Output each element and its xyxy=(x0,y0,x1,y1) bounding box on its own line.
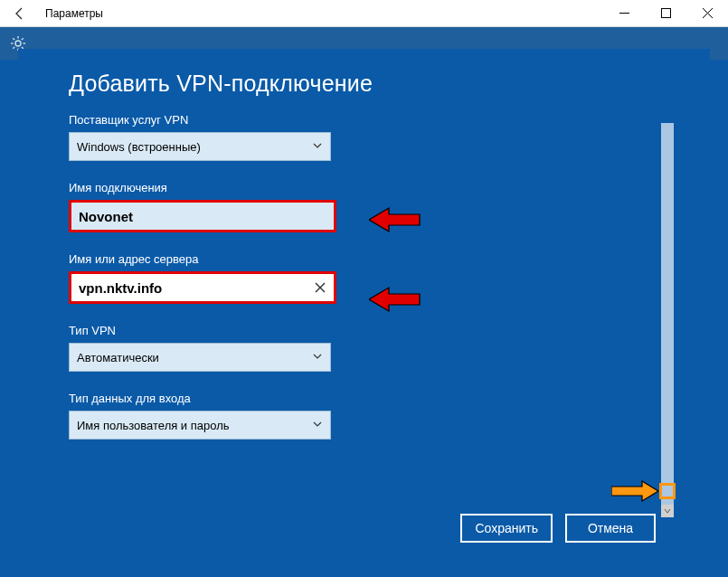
svg-marker-16 xyxy=(369,288,420,311)
vpn-type-value: Автоматически xyxy=(77,351,159,364)
chevron-down-icon xyxy=(312,419,323,432)
clear-button[interactable] xyxy=(312,279,328,296)
connection-name-label: Имя подключения xyxy=(69,181,659,194)
annotation-arrow-red-2 xyxy=(369,284,421,318)
close-icon xyxy=(703,8,713,18)
svg-line-11 xyxy=(13,47,14,49)
close-button[interactable] xyxy=(686,0,728,27)
annotation-orange-box xyxy=(659,483,676,499)
field-server: Имя или адрес сервера xyxy=(69,252,659,304)
signin-type-select[interactable]: Имя пользователя и пароль xyxy=(69,411,331,440)
provider-label: Поставщик услуг VPN xyxy=(69,113,659,127)
svg-marker-17 xyxy=(611,481,658,501)
provider-select[interactable]: Windows (встроенные) xyxy=(69,132,331,161)
annotation-arrow-orange xyxy=(611,479,658,506)
vpn-type-select[interactable]: Автоматически xyxy=(69,343,331,372)
connection-name-input[interactable] xyxy=(79,209,326,224)
field-vpn-type: Тип VPN Автоматически xyxy=(69,324,659,372)
svg-line-12 xyxy=(22,38,24,40)
connection-name-input-wrap xyxy=(71,203,334,230)
dialog-buttons: Сохранить Отмена xyxy=(460,514,656,543)
provider-value: Windows (встроенные) xyxy=(77,140,201,154)
field-connection-name: Имя подключения xyxy=(69,181,659,232)
annotation-arrow-red-1 xyxy=(369,204,421,239)
signin-type-value: Имя пользователя и пароль xyxy=(77,419,230,432)
dialog-heading: Добавить VPN-подключение xyxy=(69,71,659,97)
window-controls xyxy=(603,0,728,27)
svg-marker-15 xyxy=(369,208,420,232)
save-button[interactable]: Сохранить xyxy=(460,514,553,543)
x-icon xyxy=(315,282,326,293)
maximize-icon xyxy=(661,8,671,18)
scrollbar[interactable] xyxy=(661,123,674,505)
server-input-wrap xyxy=(71,274,334,301)
svg-rect-1 xyxy=(661,9,670,18)
signin-type-label: Тип данных для входа xyxy=(69,392,659,405)
window-title: Параметры xyxy=(40,7,603,20)
field-provider: Поставщик услуг VPN Windows (встроенные) xyxy=(69,113,659,161)
svg-line-9 xyxy=(13,38,14,40)
scrollbar-down-button[interactable] xyxy=(661,505,674,517)
arrow-left-icon xyxy=(13,6,27,21)
svg-point-4 xyxy=(15,41,21,46)
chevron-down-icon xyxy=(312,140,323,154)
chevron-down-icon xyxy=(664,507,671,515)
field-signin-type: Тип данных для входа Имя пользователя и … xyxy=(69,392,659,440)
vpn-type-label: Тип VPN xyxy=(69,324,659,337)
highlight-server xyxy=(69,271,336,304)
vpn-dialog: Добавить VPN-подключение Поставщик услуг… xyxy=(18,49,710,559)
back-button[interactable] xyxy=(0,0,40,27)
minimize-button[interactable] xyxy=(603,0,645,27)
maximize-button[interactable] xyxy=(645,0,686,27)
highlight-connection-name xyxy=(69,200,336,232)
cancel-button[interactable]: Отмена xyxy=(565,514,656,543)
server-label: Имя или адрес сервера xyxy=(69,252,659,266)
server-input[interactable] xyxy=(79,280,326,296)
chevron-down-icon xyxy=(312,351,323,364)
minimize-icon xyxy=(619,8,629,18)
scrollbar-thumb[interactable] xyxy=(661,123,674,505)
titlebar: Параметры xyxy=(0,0,728,27)
